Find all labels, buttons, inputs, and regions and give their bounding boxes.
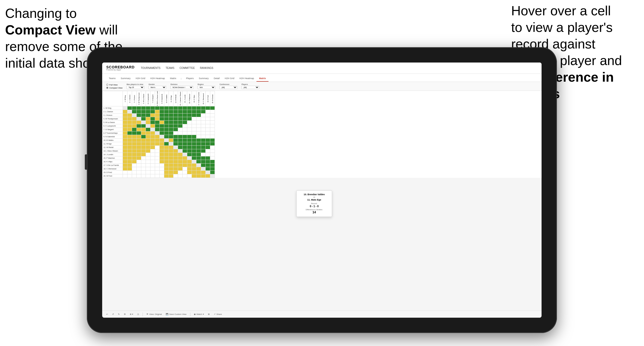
matrix-cell[interactable]	[123, 153, 127, 156]
grid-btn[interactable]: ⊞	[207, 313, 211, 316]
matrix-cell[interactable]	[173, 128, 178, 131]
matrix-cell[interactable]	[123, 128, 127, 131]
matrix-cell[interactable]	[183, 160, 187, 164]
matrix-cell[interactable]	[192, 160, 196, 164]
matrix-cell[interactable]	[206, 171, 210, 174]
matrix-cell[interactable]	[141, 117, 146, 121]
matrix-cell[interactable]	[164, 167, 169, 171]
matrix-cell[interactable]	[164, 146, 169, 149]
matrix-cell[interactable]	[210, 171, 215, 174]
gender-select[interactable]: Men's	[148, 86, 166, 89]
matrix-cell[interactable]	[127, 121, 132, 124]
matrix-cell[interactable]	[192, 106, 196, 110]
division-select[interactable]: NCAA Division I	[170, 86, 193, 89]
matrix-cell[interactable]	[173, 131, 178, 135]
matrix-cell[interactable]	[210, 131, 215, 135]
matrix-cell[interactable]	[164, 117, 169, 121]
matrix-cell[interactable]	[196, 146, 201, 149]
matrix-cell[interactable]	[210, 174, 215, 178]
matrix-cell[interactable]	[155, 174, 160, 178]
players-select[interactable]: (All)	[241, 86, 259, 89]
matrix-cell[interactable]	[187, 174, 192, 178]
matrix-cell[interactable]	[160, 142, 164, 146]
matrix-cell[interactable]	[196, 149, 201, 153]
matrix-cell[interactable]	[201, 131, 206, 135]
matrix-cell[interactable]	[201, 167, 206, 171]
matrix-cell[interactable]	[192, 171, 196, 174]
matrix-cell[interactable]	[123, 174, 127, 178]
matrix-cell[interactable]	[155, 131, 160, 135]
matrix-cell[interactable]	[164, 124, 169, 128]
matrix-cell[interactable]	[132, 156, 137, 160]
matrix-cell[interactable]	[187, 139, 192, 142]
matrix-cell[interactable]	[164, 153, 169, 156]
matrix-cell[interactable]	[183, 153, 187, 156]
matrix-cell[interactable]	[141, 174, 146, 178]
matrix-cell[interactable]	[206, 124, 210, 128]
matrix-cell[interactable]	[206, 131, 210, 135]
matrix-cell[interactable]	[127, 160, 132, 164]
matrix-cell[interactable]	[173, 174, 178, 178]
matrix-cell[interactable]	[155, 135, 160, 139]
compact-view-option[interactable]: Compact View	[106, 87, 122, 89]
matrix-cell[interactable]	[164, 131, 169, 135]
matrix-cell[interactable]	[210, 160, 215, 164]
matrix-cell[interactable]	[178, 135, 183, 139]
matrix-cell[interactable]	[183, 117, 187, 121]
nav-committee[interactable]: COMMITTEE	[180, 67, 195, 69]
watch-btn[interactable]: ◉ Watch ▾	[193, 313, 205, 316]
matrix-cell[interactable]	[201, 153, 206, 156]
matrix-cell[interactable]	[183, 110, 187, 114]
matrix-cell[interactable]	[141, 131, 146, 135]
matrix-cell[interactable]	[183, 156, 187, 160]
matrix-cell[interactable]	[183, 135, 187, 139]
matrix-cell[interactable]	[132, 153, 137, 156]
matrix-cell[interactable]	[196, 117, 201, 121]
matrix-cell[interactable]	[210, 106, 215, 110]
redo1-btn[interactable]: ↺	[111, 313, 115, 316]
matrix-cell[interactable]	[173, 164, 178, 167]
matrix-cell[interactable]	[137, 135, 141, 139]
matrix-cell[interactable]	[196, 156, 201, 160]
matrix-cell[interactable]	[155, 160, 160, 164]
matrix-cell[interactable]	[141, 114, 146, 117]
matrix-cell[interactable]	[160, 128, 164, 131]
matrix-cell[interactable]	[150, 124, 155, 128]
matrix-cell[interactable]	[146, 156, 150, 160]
matrix-cell[interactable]	[164, 156, 169, 160]
matrix-cell[interactable]	[173, 156, 178, 160]
matrix-cell[interactable]	[132, 167, 137, 171]
matrix-cell[interactable]	[141, 135, 146, 139]
matrix-cell[interactable]	[169, 160, 173, 164]
matrix-cell[interactable]	[187, 110, 192, 114]
matrix-cell[interactable]	[141, 149, 146, 153]
matrix-cell[interactable]	[173, 149, 178, 153]
matrix-cell[interactable]	[137, 146, 141, 149]
matrix-cell[interactable]	[155, 139, 160, 142]
matrix-cell[interactable]	[164, 106, 169, 110]
matrix-cell[interactable]	[192, 142, 196, 146]
matrix-cell[interactable]	[155, 121, 160, 124]
clock-btn[interactable]: ◷	[136, 313, 140, 316]
matrix-cell[interactable]	[178, 124, 183, 128]
matrix-cell[interactable]	[187, 121, 192, 124]
matrix-cell[interactable]	[146, 110, 150, 114]
matrix-cell[interactable]	[123, 135, 127, 139]
matrix-cell[interactable]	[192, 114, 196, 117]
matrix-cell[interactable]	[146, 128, 150, 131]
matrix-cell[interactable]	[150, 153, 155, 156]
matrix-cell[interactable]	[164, 160, 169, 164]
matrix-cell[interactable]	[160, 156, 164, 160]
matrix-cell[interactable]	[141, 153, 146, 156]
matrix-scroll-container[interactable]: 1. W Ding 2. L Clanton 3. J Koivun 4. M …	[102, 91, 542, 178]
matrix-cell[interactable]	[155, 156, 160, 160]
matrix-cell[interactable]	[150, 114, 155, 117]
matrix-cell[interactable]	[169, 164, 173, 167]
matrix-cell[interactable]	[178, 121, 183, 124]
matrix-cell[interactable]	[178, 142, 183, 146]
matrix-cell[interactable]	[146, 164, 150, 167]
matrix-cell[interactable]	[196, 106, 201, 110]
matrix-cell[interactable]	[137, 106, 141, 110]
matrix-cell[interactable]	[178, 174, 183, 178]
matrix-cell[interactable]	[169, 153, 173, 156]
